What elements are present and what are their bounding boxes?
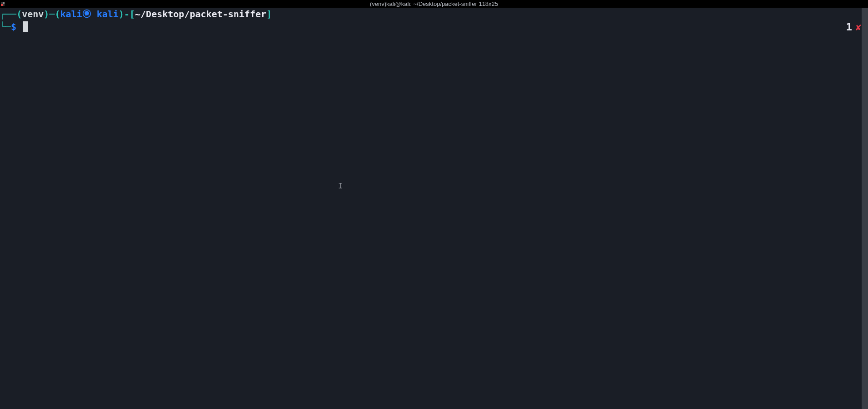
prompt-line-2: └─$ — [0, 20, 868, 33]
window-titlebar: (venv)kali@kali: ~/Desktop/packet-sniffe… — [0, 0, 868, 8]
scrollbar-thumb[interactable] — [862, 8, 868, 409]
current-path: ~/Desktop/packet-sniffer — [135, 8, 266, 20]
status-indicator: 1 ✘ — [846, 21, 861, 33]
prompt-symbol: $ — [11, 20, 16, 33]
box-drawing-bl: └─ — [0, 20, 11, 33]
paren-open-2: ( — [55, 8, 60, 20]
bracket-close: ] — [266, 8, 272, 20]
paren-close: ) — [44, 8, 49, 20]
window-icon — [1, 2, 5, 6]
dash-2: - — [124, 8, 130, 20]
terminal-cursor — [23, 21, 28, 32]
dash-1: ─ — [49, 8, 55, 20]
text-cursor-icon: I — [338, 182, 343, 190]
skull-icon — [82, 9, 91, 18]
paren-open: ( — [16, 8, 22, 20]
paren-close-2: ) — [119, 8, 124, 20]
bracket-open: [ — [130, 8, 135, 20]
username: kali — [60, 8, 82, 20]
terminal-viewport[interactable]: ┌──(venv)─(kali kali)-[~/Desktop/packet-… — [0, 8, 868, 409]
venv-name: venv — [22, 8, 44, 20]
error-x-icon: ✘ — [856, 22, 861, 33]
window-title: (venv)kali@kali: ~/Desktop/packet-sniffe… — [370, 0, 498, 7]
exit-code: 1 — [846, 21, 852, 33]
prompt-line-1: ┌──(venv)─(kali kali)-[~/Desktop/packet-… — [0, 8, 868, 20]
scrollbar-vertical[interactable] — [862, 8, 868, 409]
box-drawing-tl: ┌── — [0, 8, 16, 20]
hostname: kali — [97, 8, 119, 20]
